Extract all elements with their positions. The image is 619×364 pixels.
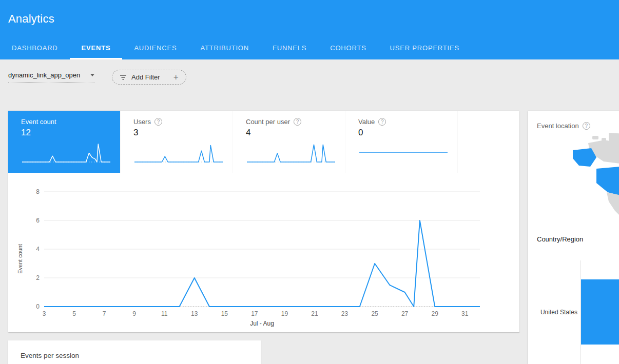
- map-united-states: [596, 167, 619, 196]
- tab-bar: DASHBOARDEVENTSAUDIENCESATTRIBUTIONFUNNE…: [0, 36, 619, 59]
- country-region-header: Country/Region: [528, 235, 619, 243]
- event-selector-dropdown[interactable]: dynamic_link_app_open: [8, 71, 94, 83]
- events-per-session-title: Events per session: [21, 352, 79, 359]
- sparkline-value: [358, 140, 448, 164]
- tab-user-properties[interactable]: USER PROPERTIES: [378, 36, 471, 59]
- tile-value: 3: [133, 128, 223, 138]
- metric-tiles: Event count12Users?3Count per user?4Valu…: [8, 111, 519, 173]
- metric-tile-users[interactable]: Users?3: [121, 111, 233, 173]
- tile-label: Event count: [21, 118, 56, 126]
- add-filter-label: Add Filter: [131, 73, 160, 81]
- svg-text:3: 3: [43, 310, 46, 317]
- tile-label: Value: [358, 118, 375, 126]
- sparkline-count_per_user: [246, 140, 336, 164]
- svg-text:4: 4: [36, 246, 40, 253]
- tile-label: Count per user: [246, 118, 290, 126]
- tab-dashboard[interactable]: DASHBOARD: [0, 36, 70, 59]
- tile-label: Users: [133, 118, 151, 126]
- filter-bar: dynamic_link_app_open Add Filter +: [0, 59, 619, 85]
- sparkline-event_count: [21, 140, 111, 164]
- page-title: Analytics: [0, 0, 619, 26]
- event-location-map: [528, 133, 619, 230]
- tile-value: 12: [21, 128, 111, 138]
- svg-text:5: 5: [72, 310, 76, 317]
- tab-audiences[interactable]: AUDIENCES: [122, 36, 188, 59]
- app-header: Analytics DASHBOARDEVENTSAUDIENCESATTRIB…: [0, 0, 619, 59]
- svg-text:11: 11: [161, 310, 168, 317]
- events-per-session-card: Events per session: [8, 340, 261, 364]
- chevron-down-icon: [90, 74, 94, 76]
- svg-text:15: 15: [221, 310, 228, 317]
- country-row[interactable]: United States: [528, 279, 619, 345]
- add-filter-button[interactable]: Add Filter +: [112, 70, 186, 85]
- filter-icon: [120, 74, 127, 80]
- svg-text:7: 7: [103, 310, 106, 317]
- metric-tile-event_count[interactable]: Event count12: [8, 111, 121, 173]
- svg-text:21: 21: [311, 310, 318, 317]
- event-location-title: Event location: [537, 122, 579, 130]
- event-count-trend-chart: 0246835791113151719212325272931Jul - Aug: [26, 186, 490, 332]
- metric-tile-value[interactable]: Value?0: [345, 111, 458, 173]
- sparkline-users: [133, 140, 223, 164]
- tile-value: 0: [358, 128, 448, 138]
- north-america-map: [543, 133, 619, 228]
- tab-funnels[interactable]: FUNNELS: [261, 36, 318, 59]
- svg-text:27: 27: [401, 310, 409, 317]
- event-selector-value: dynamic_link_app_open: [8, 71, 80, 79]
- help-icon[interactable]: ?: [154, 118, 162, 126]
- help-icon[interactable]: ?: [294, 118, 301, 126]
- svg-text:8: 8: [36, 188, 40, 195]
- tile-value: 4: [246, 128, 336, 138]
- country-label: United States: [528, 309, 577, 316]
- svg-text:0: 0: [36, 303, 40, 310]
- svg-text:23: 23: [341, 310, 349, 317]
- svg-text:31: 31: [461, 310, 469, 317]
- metric-tile-count_per_user[interactable]: Count per user?4: [233, 111, 345, 173]
- help-icon[interactable]: ?: [378, 118, 386, 126]
- map-mexico: [607, 192, 619, 220]
- svg-text:13: 13: [191, 310, 198, 317]
- event-location-card: Event location ? Country/Region United S…: [528, 111, 619, 364]
- svg-text:25: 25: [371, 310, 378, 317]
- help-icon[interactable]: ?: [583, 122, 590, 130]
- tab-cohorts[interactable]: COHORTS: [318, 36, 378, 59]
- y-axis-title: Event count: [14, 186, 26, 332]
- svg-text:17: 17: [251, 310, 258, 317]
- event-count-chart-area: Event count 0246835791113151719212325272…: [14, 186, 490, 332]
- events-overview-card: Event count12Users?3Count per user?4Valu…: [8, 111, 519, 332]
- svg-text:19: 19: [281, 310, 288, 317]
- svg-text:29: 29: [431, 310, 438, 317]
- united-states-bar: [581, 279, 619, 345]
- svg-text:Jul - Aug: Jul - Aug: [250, 320, 274, 327]
- tab-attribution[interactable]: ATTRIBUTION: [188, 36, 261, 59]
- plus-icon: +: [173, 74, 179, 80]
- svg-text:9: 9: [132, 310, 136, 317]
- country-bar-chart: United States: [528, 260, 619, 364]
- tab-events[interactable]: EVENTS: [70, 36, 123, 59]
- svg-text:2: 2: [36, 274, 40, 281]
- svg-text:6: 6: [36, 217, 40, 224]
